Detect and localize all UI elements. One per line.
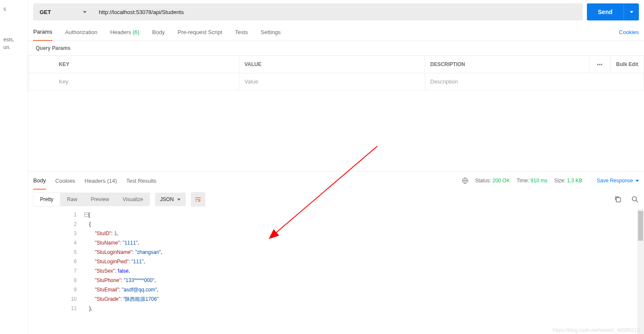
line-number-gutter: 1234567891011	[28, 209, 83, 334]
sidebar-text: s ests, un.	[3, 5, 24, 51]
response-tabs: Body Cookies Headers (14) Test Results S…	[28, 172, 644, 190]
format-select[interactable]: JSON	[155, 193, 186, 206]
svg-point-4	[632, 197, 637, 201]
send-button[interactable]: Send	[587, 3, 624, 20]
save-response-button[interactable]: Save Response	[597, 178, 639, 184]
view-raw-button[interactable]: Raw	[60, 193, 84, 206]
svg-line-5	[636, 201, 638, 203]
resp-tab-cookies[interactable]: Cookies	[55, 172, 75, 190]
scrollbar-thumb[interactable]	[638, 211, 643, 241]
resp-tab-body[interactable]: Body	[33, 172, 46, 190]
tab-settings[interactable]: Settings	[261, 24, 281, 41]
globe-icon[interactable]	[462, 177, 469, 184]
chevron-down-icon	[635, 180, 639, 182]
column-value-header: VALUE	[239, 56, 425, 73]
chevron-down-icon	[630, 11, 633, 13]
search-icon[interactable]	[631, 196, 639, 203]
response-meta: Status: 200 OK Time: 910 ms Size: 1.3 KB…	[462, 177, 639, 184]
param-value-input[interactable]: Value	[239, 73, 425, 90]
wrap-icon	[195, 196, 201, 203]
wrap-lines-button[interactable]	[191, 192, 205, 207]
svg-rect-3	[616, 198, 621, 202]
http-method-select[interactable]: GET	[33, 3, 93, 20]
column-key-header: KEY	[54, 56, 239, 73]
tab-params[interactable]: Params	[33, 24, 52, 41]
request-tabs: Params Authorization Headers (6) Body Pr…	[28, 24, 644, 41]
sidebar: s ests, un.	[0, 0, 28, 334]
view-pretty-button[interactable]: Pretty	[33, 193, 60, 206]
more-icon: •••	[597, 62, 603, 67]
tab-prerequest[interactable]: Pre-request Script	[178, 24, 222, 41]
tab-authorization[interactable]: Authorization	[65, 24, 98, 41]
view-preview-button[interactable]: Preview	[84, 193, 116, 206]
send-dropdown-button[interactable]	[624, 3, 639, 20]
cookies-link[interactable]: Cookies	[619, 29, 639, 35]
query-params-table: KEY VALUE DESCRIPTION ••• Bulk Edit Key …	[28, 55, 644, 90]
scrollbar[interactable]	[637, 209, 644, 334]
chevron-down-icon	[83, 11, 86, 13]
chevron-down-icon	[177, 199, 181, 201]
http-method-label: GET	[40, 9, 51, 15]
request-bar: GET Send	[28, 0, 644, 24]
column-checkbox	[28, 56, 54, 73]
copy-icon[interactable]	[614, 196, 622, 203]
query-params-title: Query Params	[28, 41, 644, 55]
view-visualize-button[interactable]: Visualize	[116, 193, 150, 206]
resp-tab-headers[interactable]: Headers (14)	[85, 172, 117, 190]
tab-tests[interactable]: Tests	[235, 24, 248, 41]
param-row[interactable]: Key Value Description	[28, 73, 644, 90]
watermark: https://blog.csdn.net/weixin_46595213	[553, 327, 640, 333]
param-desc-input[interactable]: Description	[425, 73, 644, 90]
column-desc-header: DESCRIPTION	[425, 56, 589, 73]
tab-headers[interactable]: Headers (6)	[110, 24, 140, 41]
response-body-code[interactable]: 1234567891011 [ { "StuID": 1, "StuName":…	[28, 209, 644, 334]
view-mode-group: Pretty Raw Preview Visualize	[33, 193, 150, 206]
tab-body[interactable]: Body	[152, 24, 165, 41]
param-key-input[interactable]: Key	[54, 73, 239, 90]
code-content: [ { "StuID": 1, "StuName": "1111", "StuL…	[83, 209, 162, 334]
column-options-button[interactable]: •••	[589, 56, 611, 73]
resp-tab-tests[interactable]: Test Results	[126, 172, 157, 190]
bulk-edit-button[interactable]: Bulk Edit	[611, 56, 644, 73]
response-toolbar: Pretty Raw Preview Visualize JSON	[28, 190, 644, 209]
response-panel: Body Cookies Headers (14) Test Results S…	[28, 171, 644, 334]
url-input[interactable]	[93, 3, 583, 20]
